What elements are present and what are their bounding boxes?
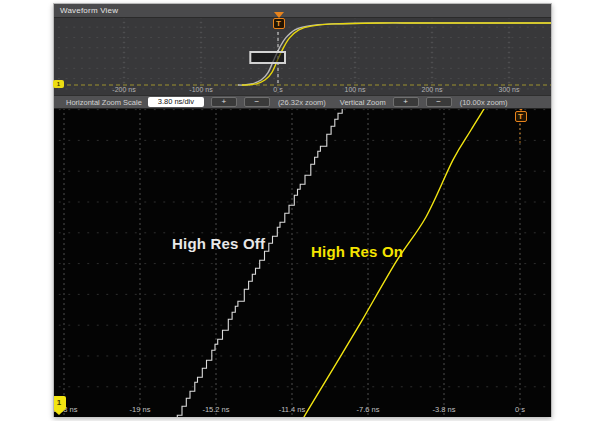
waveform-window: Waveform View -200 ns-100 ns0 s100 ns200… (53, 3, 552, 417)
high-res-on-label: High Res On (311, 243, 403, 260)
titlebar[interactable]: Waveform View (54, 4, 551, 18)
vertical-zoom-plus-button[interactable]: + (393, 97, 419, 107)
trigger-t-icon: T (273, 18, 285, 29)
overview-tick-label: 100 ns (344, 86, 365, 93)
overview-tick-label: 200 ns (421, 86, 442, 93)
main-tick-label: -7.6 ns (357, 405, 380, 414)
zoom-waveform-plot (54, 109, 551, 417)
trigger-marker-overview[interactable]: T (270, 12, 287, 29)
horizontal-zoom-plus-button[interactable]: + (211, 97, 237, 107)
page-background: Waveform View -200 ns-100 ns0 s100 ns200… (0, 0, 600, 421)
main-tick-label: -11.4 ns (279, 405, 306, 414)
window-title: Waveform View (54, 6, 118, 15)
trigger-marker-main[interactable]: T (512, 109, 529, 122)
vertical-zoom-factor: (10.00x zoom) (460, 98, 508, 107)
overview-tick-label: 300 ns (498, 86, 519, 93)
overview-waveform-plot (54, 18, 551, 95)
horizontal-zoom-scale-label: Horizontal Zoom Scale (66, 98, 142, 107)
overview-tick-label: 0 s (273, 86, 282, 93)
vertical-zoom-label: Vertical Zoom (340, 98, 386, 107)
main-tick-label: 0 s (515, 405, 525, 414)
vertical-zoom-minus-button[interactable]: − (426, 97, 452, 107)
main-tick-label: -15.2 ns (202, 405, 229, 414)
main-tick-label: -3.8 ns (433, 405, 456, 414)
trigger-t-icon: T (515, 111, 527, 122)
horizontal-zoom-factor: (26.32x zoom) (278, 98, 326, 107)
overview-panel[interactable]: -200 ns-100 ns0 s100 ns200 ns300 ns T 1 (54, 18, 551, 95)
channel-badge-overview[interactable]: 1 (53, 80, 64, 88)
overview-tick-label: -200 ns (112, 86, 135, 93)
horizontal-scale-input[interactable]: 3.80 ns/div (148, 97, 204, 107)
high-res-off-label: High Res Off (172, 235, 265, 252)
overview-tick-label: -100 ns (189, 86, 212, 93)
zoom-toolbar: Horizontal Zoom Scale 3.80 ns/div + − (2… (54, 95, 551, 109)
horizontal-zoom-minus-button[interactable]: − (244, 97, 270, 107)
main-tick-label: -19 ns (130, 405, 151, 414)
main-waveform-panel[interactable]: -22.8 ns-19 ns-15.2 ns-11.4 ns-7.6 ns-3.… (54, 109, 551, 417)
